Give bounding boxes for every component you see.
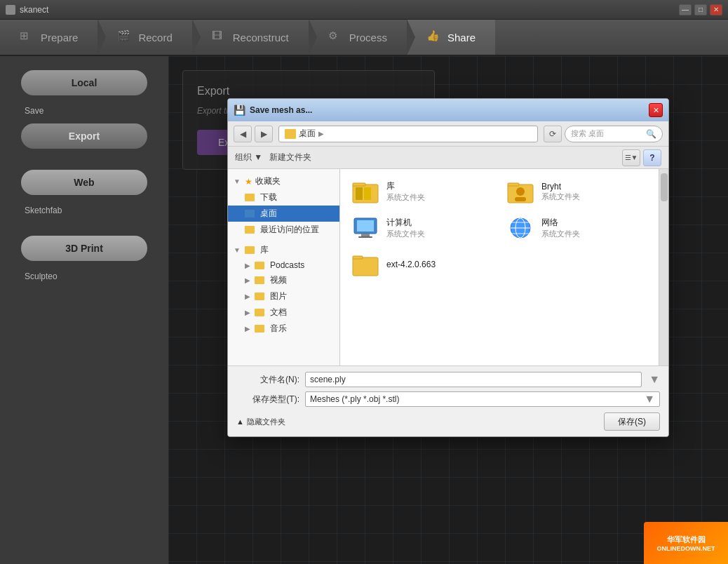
content-pane: 库 系统文件夹 — [340, 169, 659, 365]
file-item-computer[interactable]: 计算机 系统文件夹 — [346, 211, 498, 245]
view-options-button[interactable]: ☰▼ — [622, 149, 640, 166]
prepare-icon: ⊞ — [20, 29, 35, 45]
nav-process-label: Process — [349, 32, 387, 43]
file-name: ext-4.2.0.663 — [386, 260, 436, 269]
back-button[interactable]: ◀ — [234, 126, 252, 142]
tree-item-recent[interactable]: 最近访问的位置 — [228, 222, 339, 238]
organize-button[interactable]: 组织 ▼ — [235, 152, 262, 163]
tree-label: 最近访问的位置 — [260, 224, 319, 236]
expand-icon: ▶ — [245, 262, 250, 269]
filename-row: 文件名(N): ▼ — [236, 372, 660, 387]
hide-folders-button[interactable]: ▲ 隐藏文件夹 — [236, 417, 285, 427]
tree-item-favorites[interactable]: ▼ ★ 收藏夹 — [228, 173, 339, 189]
folder-user-icon — [506, 179, 534, 204]
expand-icon: ▶ — [245, 276, 250, 284]
view-icon: ☰▼ — [625, 154, 638, 161]
tree-item-music[interactable]: ▶ 音乐 — [228, 321, 339, 337]
filetype-dropdown[interactable]: Meshes (*.ply *.obj *.stl) ▼ — [305, 391, 660, 407]
share-icon: 👍 — [426, 29, 442, 45]
svg-rect-25 — [353, 256, 363, 259]
computer-icon — [351, 215, 379, 241]
title-bar-left: skanect — [6, 5, 48, 15]
right-scrollbar[interactable] — [659, 169, 668, 365]
toolbar-right: ☰▼ ? — [622, 149, 661, 166]
forward-button[interactable]: ▶ — [255, 126, 273, 142]
file-name: 库 — [386, 180, 425, 192]
new-folder-label: 新建文件夹 — [269, 152, 311, 162]
filename-dropdown-arrow[interactable]: ▼ — [649, 373, 660, 386]
tree-item-desktop[interactable]: 桌面 — [228, 206, 339, 222]
nav-reconstruct[interactable]: 🎞 Reconstruct — [192, 20, 309, 55]
dialog-title-label: Save mesh as... — [250, 105, 312, 115]
filename-input[interactable] — [305, 372, 642, 387]
organize-label: 组织 ▼ — [235, 152, 262, 163]
tree-item-video[interactable]: ▶ 视频 — [228, 272, 339, 288]
sidebar-sketchfab[interactable]: Sketchfab — [11, 203, 158, 217]
save-confirm-button[interactable]: 保存(S) — [604, 412, 660, 431]
folder-icon — [255, 262, 264, 269]
tree-label: 图片 — [270, 290, 287, 302]
search-bar[interactable]: 搜索 桌面 🔍 — [565, 126, 663, 142]
file-name: 网络 — [541, 217, 580, 229]
path-bar[interactable]: 桌面 ▶ — [278, 126, 538, 142]
print-button[interactable]: 3D Print — [21, 236, 147, 261]
tree-item-downloads[interactable]: 下载 — [228, 189, 339, 206]
help-button[interactable]: ? — [643, 149, 661, 166]
maximize-button[interactable]: □ — [694, 4, 707, 15]
tree-label: 桌面 — [260, 208, 277, 220]
nav-arrow-prepare — [97, 19, 106, 55]
file-name: Bryht — [541, 182, 580, 192]
svg-rect-8 — [353, 183, 365, 186]
file-info-ext: ext-4.2.0.663 — [386, 260, 436, 269]
sidebar-sculpteo[interactable]: Sculpteo — [11, 269, 158, 283]
path-folder-icon — [285, 129, 296, 139]
svg-rect-24 — [353, 257, 378, 276]
file-info-computer: 计算机 系统文件夹 — [386, 217, 425, 239]
file-info-network: 网络 系统文件夹 — [541, 217, 580, 239]
web-button[interactable]: Web — [21, 170, 147, 195]
file-info-library: 库 系统文件夹 — [386, 180, 425, 203]
nav-reconstruct-label: Reconstruct — [233, 32, 289, 43]
tree-item-pictures[interactable]: ▶ 图片 — [228, 288, 339, 304]
export-button[interactable]: Export — [21, 123, 147, 149]
tree-label: 下载 — [260, 192, 277, 203]
app-icon — [6, 5, 15, 15]
file-item-library[interactable]: 库 系统文件夹 — [346, 175, 498, 208]
nav-arrow-reconstruct — [309, 19, 317, 55]
new-folder-button[interactable]: 新建文件夹 — [269, 152, 311, 163]
top-nav: ⊞ Prepare 🎬 Record 🎞 Reconstruct ⚙ Proce… — [0, 20, 728, 56]
close-button[interactable]: ✕ — [710, 4, 722, 15]
file-item-ext[interactable]: ext-4.2.0.663 — [346, 248, 498, 281]
record-icon: 🎬 — [117, 29, 133, 45]
dialog-title-bar: 💾 Save mesh as... ✕ — [228, 99, 668, 121]
folder-yellow-icon — [351, 252, 379, 277]
minimize-button[interactable]: — — [679, 4, 692, 15]
tree-item-documents[interactable]: ▶ 文档 — [228, 304, 339, 321]
scroll-thumb — [661, 173, 668, 201]
nav-arrow-record — [192, 19, 201, 55]
filetype-label: 保存类型(T): — [236, 394, 299, 405]
title-bar: skanect — □ ✕ — [0, 0, 728, 20]
refresh-button[interactable]: ⟳ — [544, 126, 562, 142]
dialog-title-left: 💾 Save mesh as... — [234, 105, 312, 116]
sidebar-divider1 — [11, 157, 158, 164]
folder-icon — [245, 194, 255, 201]
library-icon — [351, 179, 379, 204]
forward-icon: ▶ — [261, 129, 267, 139]
local-button[interactable]: Local — [21, 70, 147, 95]
nav-share-label: Share — [447, 32, 476, 43]
tree-item-library[interactable]: ▼ 库 — [228, 242, 339, 258]
tree-label: 视频 — [270, 274, 287, 286]
svg-point-13 — [516, 187, 525, 196]
sidebar-save[interactable]: Save — [11, 104, 158, 118]
nav-prepare[interactable]: ⊞ Prepare — [0, 20, 97, 55]
nav-record[interactable]: 🎬 Record — [97, 20, 191, 55]
file-item-network[interactable]: 网络 系统文件夹 — [501, 211, 653, 245]
tree-item-podcasts[interactable]: ▶ Podcasts — [228, 258, 339, 272]
file-item-bryht[interactable]: Bryht 系统文件夹 — [501, 175, 653, 208]
filename-label: 文件名(N): — [236, 374, 299, 386]
path-label: 桌面 — [299, 128, 316, 140]
dialog-close-button[interactable]: ✕ — [649, 103, 663, 117]
nav-process[interactable]: ⚙ Process — [309, 20, 407, 55]
nav-share[interactable]: 👍 Share — [407, 20, 495, 55]
